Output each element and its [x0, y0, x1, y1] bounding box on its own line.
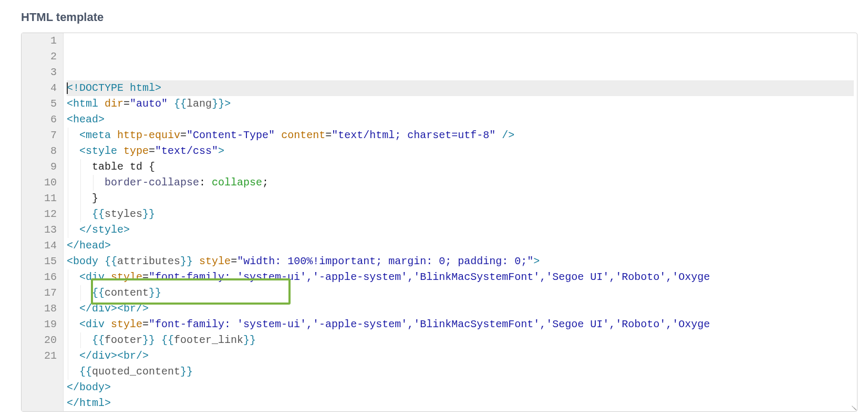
- token-black: }: [92, 192, 98, 204]
- code-line[interactable]: </html>: [67, 395, 854, 411]
- token-black: [193, 255, 199, 267]
- token-black: [105, 271, 111, 283]
- token-attr-val: "text/html; charset=utf-8": [332, 129, 495, 141]
- code-line[interactable]: </div><br/>: [67, 301, 854, 317]
- token-attr-val: "width: 100%!important; margin: 0; paddi…: [237, 255, 533, 267]
- token-black: =: [231, 255, 237, 267]
- token-attr-name: style: [199, 255, 231, 267]
- token-black: [105, 318, 111, 330]
- code-line[interactable]: <style type="text/css">: [67, 143, 854, 159]
- code-line[interactable]: }: [67, 191, 854, 206]
- line-number: 4: [32, 80, 57, 96]
- token-placeholder-br: {{: [92, 334, 105, 346]
- line-number: 17: [32, 285, 57, 301]
- line-number: 16: [32, 269, 57, 285]
- token-placeholder-br: {{: [79, 366, 92, 378]
- token-placeholder-br: }}: [180, 255, 193, 267]
- code-line[interactable]: <div style="font-family: 'system-ui','-a…: [67, 269, 854, 285]
- code-line[interactable]: <html dir="auto" {{lang}}>: [67, 96, 854, 112]
- line-number: 13: [32, 222, 57, 238]
- token-placeholder-txt: attributes: [117, 255, 180, 267]
- line-number: 8: [32, 143, 57, 159]
- token-attr-val: "text/css": [155, 145, 218, 157]
- code-line[interactable]: <head>: [67, 112, 854, 128]
- token-placeholder-br: {{: [92, 208, 105, 220]
- line-number: 21: [32, 348, 57, 364]
- token-tag: </html>: [67, 397, 111, 409]
- token-placeholder-br: }}: [243, 334, 256, 346]
- line-number: 9: [32, 159, 57, 175]
- code-line[interactable]: table td {: [67, 159, 854, 175]
- line-number: 18: [32, 301, 57, 317]
- token-black: =: [325, 129, 332, 141]
- code-line[interactable]: border-collapse: collapse;: [67, 175, 854, 191]
- token-placeholder-br: {{: [92, 287, 105, 299]
- code-line[interactable]: {{quoted_content}}: [67, 364, 854, 380]
- token-black: [111, 129, 117, 141]
- token-black: =: [149, 145, 155, 157]
- editor-container: HTML template 12345678910111213141516171…: [11, 11, 857, 412]
- code-line[interactable]: </div><br/>: [67, 348, 854, 364]
- token-black: [168, 98, 174, 110]
- token-attr-val: "auto": [130, 98, 168, 110]
- token-placeholder-br: }}: [212, 98, 224, 110]
- token-tag: </body>: [67, 381, 111, 393]
- token-tag: <head>: [67, 113, 105, 126]
- line-number: 3: [32, 65, 57, 80]
- code-line[interactable]: </body>: [67, 380, 854, 395]
- token-black: ;: [262, 176, 268, 189]
- token-attr-name: style: [111, 271, 142, 283]
- token-tag: <div: [79, 318, 105, 330]
- token-placeholder-br: }}: [142, 334, 155, 346]
- code-line[interactable]: <div style="font-family: 'system-ui','-a…: [67, 317, 854, 332]
- code-line[interactable]: </head>: [67, 238, 854, 254]
- token-attr-val: "font-family: 'system-ui','-apple-system…: [149, 271, 710, 283]
- resize-handle-icon[interactable]: [850, 404, 856, 410]
- token-black: [98, 255, 105, 267]
- token-tag: </head>: [67, 239, 111, 252]
- line-number: 20: [32, 332, 57, 348]
- code-area[interactable]: <!DOCTYPE html><html dir="auto" {{lang}}…: [64, 33, 857, 411]
- token-attr-name: http-equiv: [117, 129, 180, 141]
- line-number: 10: [32, 175, 57, 191]
- token-tag: <style: [79, 145, 117, 157]
- line-number: 1: [32, 33, 57, 49]
- token-tag: </div><br/>: [79, 303, 149, 315]
- token-attr-val: "font-family: 'system-ui','-apple-system…: [149, 318, 710, 330]
- token-black: :: [199, 176, 212, 189]
- token-black: [495, 129, 502, 141]
- token-black: [155, 334, 161, 346]
- line-number: 14: [32, 238, 57, 254]
- token-tag: >: [533, 255, 540, 267]
- code-line[interactable]: {{styles}}: [67, 206, 854, 222]
- token-placeholder-br: }}: [149, 287, 161, 299]
- token-tag: </style>: [79, 224, 130, 236]
- token-placeholder-txt: content: [105, 287, 149, 299]
- token-black: [117, 145, 123, 157]
- token-tag: <div: [79, 271, 105, 283]
- token-attr-name: dir: [105, 98, 123, 110]
- token-tag: <body: [67, 255, 98, 267]
- code-line[interactable]: </style>: [67, 222, 854, 238]
- token-placeholder-br: {{: [105, 255, 117, 267]
- token-css-val: collapse: [212, 176, 262, 189]
- token-black: [275, 129, 281, 141]
- code-line[interactable]: {{footer}} {{footer_link}}: [67, 332, 854, 348]
- code-line[interactable]: <meta http-equiv="Content-Type" content=…: [67, 128, 854, 143]
- token-attr-name: content: [281, 129, 325, 141]
- token-tag: <!DOCTYPE: [67, 82, 123, 94]
- token-black: =: [180, 129, 187, 141]
- code-line[interactable]: <!DOCTYPE html>: [67, 80, 854, 96]
- token-black: =: [142, 271, 149, 283]
- token-tag: <html: [67, 98, 98, 110]
- code-line[interactable]: <body {{attributes}} style="width: 100%!…: [67, 254, 854, 269]
- code-editor[interactable]: 123456789101112131415161718192021 <!DOCT…: [21, 33, 857, 412]
- line-number: 2: [32, 49, 57, 65]
- token-attr-val: "Content-Type": [187, 129, 275, 141]
- token-tag: <meta: [79, 129, 111, 141]
- token-placeholder-br: }}: [180, 366, 193, 378]
- token-placeholder-txt: quoted_content: [92, 366, 180, 378]
- section-title: HTML template: [21, 11, 857, 24]
- token-tag: </div><br/>: [79, 350, 149, 362]
- code-line[interactable]: {{content}}: [67, 285, 854, 301]
